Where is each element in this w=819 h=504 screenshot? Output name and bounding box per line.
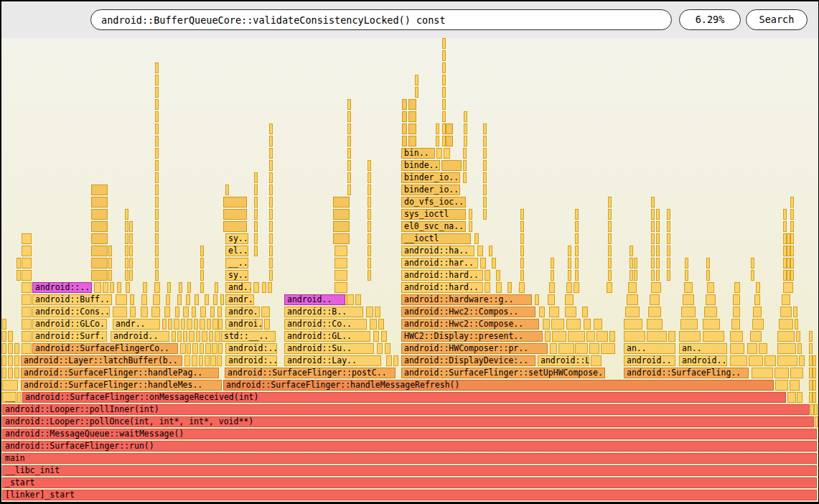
flame-frame[interactable]: android:..	[225, 355, 277, 366]
flame-frame[interactable]: android::Cons..	[32, 307, 110, 317]
flame-frame[interactable]	[125, 221, 128, 232]
flame-frame[interactable]	[575, 209, 579, 220]
flame-frame[interactable]	[269, 221, 273, 232]
flame-frame[interactable]	[22, 233, 32, 244]
flame-frame[interactable]	[223, 209, 247, 220]
flame-frame[interactable]	[200, 258, 204, 269]
flame-frame[interactable]	[730, 331, 743, 342]
flame-frame[interactable]	[155, 75, 159, 85]
flame-frame[interactable]	[799, 355, 805, 366]
flame-frame[interactable]	[520, 233, 524, 244]
flame-frame[interactable]	[385, 343, 390, 354]
flame-frame[interactable]: android::hard..	[401, 282, 483, 293]
flame-frame[interactable]	[752, 368, 773, 378]
flame-frame[interactable]	[254, 246, 258, 256]
flame-frame[interactable]	[212, 343, 217, 354]
flame-frame[interactable]	[126, 282, 130, 293]
flame-frame[interactable]	[787, 270, 790, 281]
flame-frame[interactable]: android..	[624, 355, 675, 366]
flame-frame[interactable]: android::HWComposer::pr..	[401, 343, 548, 354]
flame-frame[interactable]: std::__..	[221, 331, 276, 342]
flame-frame[interactable]	[125, 258, 128, 269]
flame-frame[interactable]: __libc_init	[2, 465, 817, 476]
flame-frame[interactable]: el..	[225, 246, 248, 256]
flame-frame[interactable]: android::Layer::latchBuffer(b..	[21, 355, 182, 366]
flame-frame[interactable]	[220, 294, 224, 305]
flame-frame[interactable]	[355, 294, 361, 305]
flame-frame[interactable]	[813, 355, 816, 366]
flame-frame[interactable]	[777, 331, 795, 342]
flame-frame[interactable]	[334, 282, 347, 293]
flame-frame[interactable]	[14, 368, 19, 378]
flame-frame[interactable]	[507, 282, 512, 293]
flame-frame[interactable]	[269, 246, 273, 256]
flame-frame[interactable]	[545, 331, 551, 342]
flame-frame[interactable]	[586, 331, 595, 342]
flame-frame[interactable]	[464, 111, 467, 122]
flame-frame[interactable]	[568, 331, 585, 342]
flame-frame[interactable]: _start	[2, 477, 817, 488]
flame-frame[interactable]	[575, 258, 579, 269]
flame-frame[interactable]	[269, 270, 273, 281]
flame-frame[interactable]	[575, 221, 579, 232]
flame-frame[interactable]	[750, 331, 762, 342]
flame-frame[interactable]	[22, 258, 32, 269]
flame-frame[interactable]	[574, 282, 579, 293]
flame-frame[interactable]	[2, 343, 6, 354]
flame-frame[interactable]	[269, 148, 273, 159]
flame-frame[interactable]	[91, 221, 108, 232]
flame-frame[interactable]	[668, 331, 675, 342]
flame-frame[interactable]	[370, 319, 377, 330]
flame-frame[interactable]	[648, 307, 661, 317]
flame-frame[interactable]: .	[17, 392, 22, 403]
flame-frame[interactable]	[386, 355, 392, 366]
flame-frame[interactable]: binder_io..	[401, 185, 460, 195]
flame-frame[interactable]	[269, 172, 273, 183]
flame-frame[interactable]	[667, 221, 670, 232]
flame-frame[interactable]	[2, 368, 6, 378]
flame-frame[interactable]	[262, 282, 266, 293]
flame-frame[interactable]	[199, 355, 203, 366]
flame-frame[interactable]	[608, 246, 612, 256]
flame-frame[interactable]	[539, 307, 545, 317]
flame-frame[interactable]	[463, 148, 467, 159]
flame-frame[interactable]	[442, 75, 446, 85]
flame-frame[interactable]	[210, 355, 216, 366]
flame-frame[interactable]: android::Looper::pollOnce(int, int*, int…	[2, 416, 814, 427]
flame-frame[interactable]	[731, 319, 740, 330]
flame-frame[interactable]	[463, 160, 467, 171]
flame-frame[interactable]: android::B..	[284, 307, 363, 317]
flame-frame[interactable]	[402, 99, 407, 110]
flame-frame[interactable]: binde..	[401, 160, 440, 171]
flame-frame[interactable]	[775, 380, 788, 391]
flame-frame[interactable]	[210, 307, 215, 317]
flame-frame[interactable]	[780, 307, 792, 317]
flame-frame[interactable]	[483, 209, 487, 220]
flame-frame[interactable]	[442, 38, 446, 49]
flame-frame[interactable]	[809, 343, 813, 354]
flame-frame[interactable]	[608, 209, 612, 220]
flame-frame[interactable]	[730, 355, 747, 366]
flame-frame[interactable]: android..	[111, 331, 169, 342]
flame-frame[interactable]	[130, 307, 136, 317]
flame-frame[interactable]	[155, 87, 159, 98]
flame-frame[interactable]	[347, 160, 351, 171]
flame-frame[interactable]	[630, 258, 633, 269]
flame-frame[interactable]	[254, 172, 258, 183]
flame-frame[interactable]	[91, 270, 108, 281]
flame-frame[interactable]: android::SurfaceFlinger::run()	[2, 441, 817, 452]
flame-frame[interactable]	[8, 355, 13, 366]
flame-frame[interactable]	[733, 294, 740, 305]
flame-frame[interactable]	[22, 282, 32, 293]
flame-frame[interactable]	[368, 221, 371, 232]
flame-frame[interactable]	[436, 136, 439, 146]
flame-frame[interactable]	[656, 233, 660, 244]
flame-frame[interactable]	[651, 209, 655, 220]
flame-frame[interactable]	[754, 294, 760, 305]
flame-frame[interactable]	[2, 380, 18, 391]
flame-frame[interactable]	[752, 319, 764, 330]
flame-frame[interactable]	[543, 319, 550, 330]
flame-frame[interactable]	[192, 307, 196, 317]
flame-frame[interactable]	[625, 307, 640, 317]
flame-frame[interactable]	[168, 319, 172, 330]
